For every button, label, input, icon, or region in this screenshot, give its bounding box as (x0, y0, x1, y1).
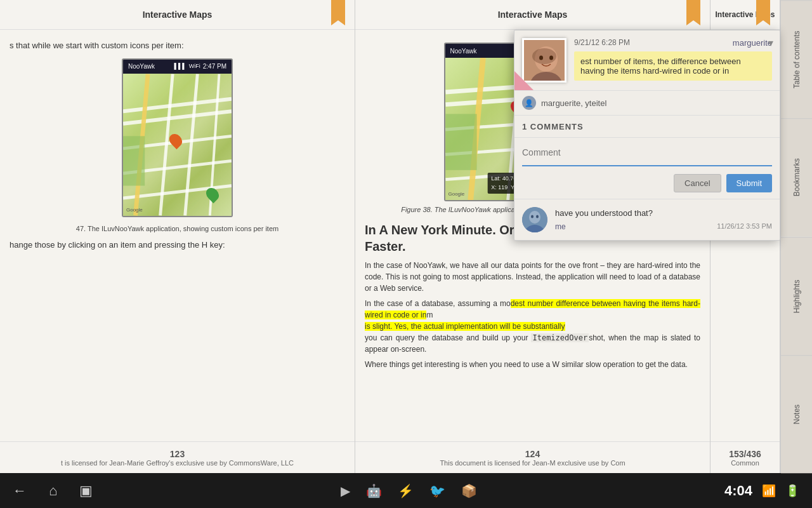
collapse-button[interactable]: ▾ (768, 37, 773, 49)
signal-bars-1: ▌▌▌ (174, 62, 187, 71)
footer-license-3: Common (729, 459, 761, 467)
page-footer-1: 123 t is licensed for Jean-Marie Geffroy… (0, 441, 355, 473)
submit-label: Submit (737, 178, 762, 188)
comment-actions: Cancel Submit (522, 174, 772, 192)
comments-count-section: 1 COMMENTS (514, 116, 780, 138)
page-number-2: 124 (440, 449, 625, 459)
page-header-2: Interactive Maps (355, 0, 710, 30)
figure-caption-1: 47. The ILuvNooYawk application, showing… (10, 224, 345, 234)
sidebar-tab-notes[interactable]: Notes (781, 355, 812, 473)
page-content-1: s that while we start with custom icons … (0, 30, 355, 441)
nav-bar: ← ⌂ ▣ ▶ 🤖 ⚡ 🐦 📦 4:04 📶 🔋 (0, 473, 812, 508)
page-header-3: Interactive Maps (710, 0, 780, 30)
participants-section: 👤 marguerite, yteitel (514, 91, 780, 116)
map-title-1: NooYawk (128, 62, 155, 71)
page-title-1: Interactive Maps (143, 10, 213, 20)
map-time-1: 2:47 PM (203, 62, 226, 71)
nav-right: 4:04 📶 🔋 (724, 483, 799, 499)
map-content-1: Google (123, 74, 232, 216)
footer-license-1: t is licensed for Jean-Marie Geffroy's e… (61, 459, 294, 467)
comment-timestamp: 11/26/12 3:53 PM (717, 222, 772, 231)
nav-icon-usb[interactable]: ⚡ (398, 483, 414, 498)
comment-date: 9/21/12 6:28 PM (574, 38, 630, 48)
section-heading-line2: Faster. (365, 239, 405, 253)
map-1: NooYawk ▌▌▌ WiFi 2:47 PM (122, 58, 233, 217)
comment-input[interactable] (522, 144, 772, 166)
sidebar-tab-toc[interactable]: Table of contents (781, 0, 812, 118)
submit-button[interactable]: Submit (726, 174, 772, 192)
wifi-icon: 📶 (762, 484, 776, 498)
page-number-1: 123 (61, 449, 294, 459)
recent-button[interactable]: ▣ (79, 483, 93, 499)
map-header-1: NooYawk ▌▌▌ WiFi 2:47 PM (123, 60, 232, 74)
page-footer-2: 124 This document is licensed for Jean-M… (355, 441, 710, 473)
google-label-1: Google (126, 206, 143, 214)
main-area: Interactive Maps s that while we start w… (0, 0, 812, 473)
svg-point-22 (535, 46, 558, 72)
comment-preview: est number of items, the difference betw… (574, 51, 772, 81)
cancel-button[interactable]: Cancel (674, 174, 721, 192)
sidebar-tab-toc-label: Table of contents (792, 30, 801, 88)
body-text-1: hange those by clicking on an item and p… (10, 239, 345, 251)
intro-text-1: s that while we start with custom icons … (10, 39, 345, 52)
comment-username: marguerite (733, 38, 772, 48)
google-label-2: Google (449, 190, 465, 198)
user-avatar (522, 38, 566, 83)
comment-body: have you understood that? me 11/26/12 3:… (555, 207, 772, 232)
para2: In the case of a database, assuming a mo… (365, 298, 700, 355)
back-button[interactable]: ← (13, 483, 27, 499)
comment-input-area: Cancel Submit (514, 138, 780, 199)
svg-point-27 (529, 211, 540, 224)
svg-point-24 (539, 56, 543, 60)
commenter-avatar (522, 207, 547, 232)
nav-icon-twitter[interactable]: 🐦 (429, 483, 445, 498)
comment-overlay: 9/21/12 6:28 PM marguerite est number of… (514, 30, 780, 241)
page-panel-1: Interactive Maps s that while we start w… (0, 0, 355, 473)
svg-line-0 (123, 98, 232, 111)
nav-left: ← ⌂ ▣ (13, 483, 93, 499)
footer-license-2: This document is licensed for Jean-M exc… (440, 459, 625, 467)
wifi-status-1: WiFi (189, 62, 200, 71)
svg-point-29 (531, 215, 534, 218)
cancel-label: Cancel (684, 178, 710, 188)
participant-icon: 👤 (522, 96, 536, 110)
page-header-1: Interactive Maps (0, 0, 355, 30)
home-button[interactable]: ⌂ (49, 483, 57, 499)
sidebar-tab-bookmarks[interactable]: Bookmarks (781, 118, 812, 236)
comment-meta: 9/21/12 6:28 PM marguerite est number of… (574, 38, 772, 81)
sidebar-tab-highlights-label: Highlights (792, 279, 801, 313)
nav-icon-android[interactable]: 🤖 (366, 483, 382, 498)
page-footer-3: 153/436 Common (710, 441, 780, 473)
nav-icon-app1[interactable]: 📦 (461, 483, 477, 498)
highlight-2: is slight. Yes, the actual implementatio… (365, 322, 565, 331)
nav-icon-youtube[interactable]: ▶ (341, 483, 350, 498)
comment-header: 9/21/12 6:28 PM marguerite est number of… (514, 30, 780, 91)
avatar-face (524, 40, 565, 81)
bookmark-ribbon-2[interactable] (686, 0, 700, 25)
svg-point-30 (536, 215, 539, 218)
commenter-avatar-svg (522, 207, 547, 232)
comment-author: me (555, 222, 566, 231)
bookmark-ribbon-1[interactable] (331, 0, 345, 25)
para1: In the case of NooYawk, we have all our … (365, 260, 700, 294)
comment-text: have you understood that? (555, 208, 653, 218)
svg-rect-20 (445, 114, 476, 170)
page-title-2: Interactive Maps (498, 10, 568, 20)
sidebar-tab-highlights[interactable]: Highlights (781, 237, 812, 355)
page-number-3: 153/436 (729, 449, 761, 459)
svg-rect-9 (123, 136, 145, 185)
time-display: 4:04 (724, 483, 752, 499)
participant-names: marguerite, yteitel (541, 98, 606, 108)
svg-point-25 (549, 56, 553, 60)
code-itemized: ItemizedOver (531, 333, 589, 342)
battery-icon: 🔋 (785, 484, 799, 498)
right-sidebar: Table of contents Bookmarks Highlights N… (780, 0, 812, 473)
highlight-1: dest number difference between having th… (365, 299, 700, 319)
comments-count: 1 COMMENTS (522, 122, 584, 131)
nav-center: ▶ 🤖 ⚡ 🐦 📦 (341, 483, 477, 498)
sidebar-tab-bookmarks-label: Bookmarks (792, 159, 801, 197)
map-title-2: NooYawk (450, 46, 477, 56)
avatar-svg (524, 40, 566, 83)
para3: Where things get interesting is when you… (365, 359, 700, 370)
bookmark-ribbon-3[interactable] (756, 0, 770, 25)
